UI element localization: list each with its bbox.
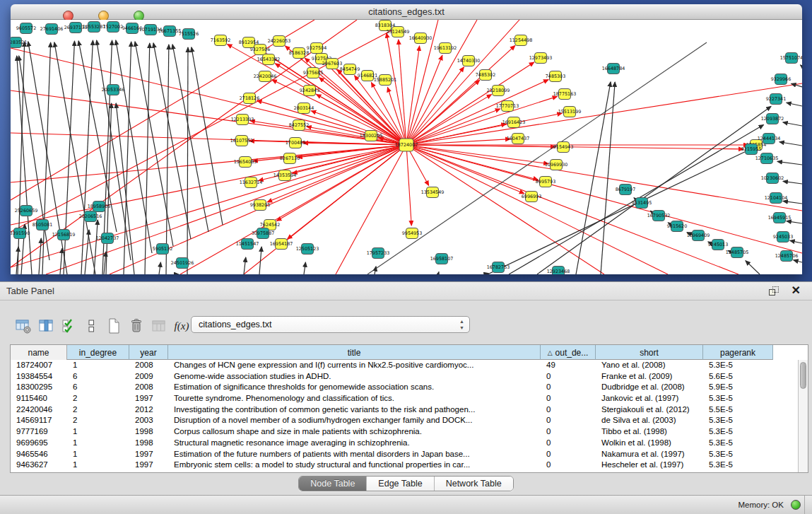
graph-node[interactable]: 10230602: [761, 173, 784, 184]
table-row[interactable]: 1830029562008Estimation of significance …: [11, 382, 798, 393]
delete-column-icon[interactable]: [126, 315, 147, 337]
graph-node[interactable]: 16916423: [502, 117, 526, 128]
scrollbar-thumb[interactable]: [800, 362, 806, 389]
column-header-in_degree[interactable]: in_degree: [67, 345, 129, 360]
column-header-short[interactable]: short: [596, 345, 703, 360]
column-header-pagerank[interactable]: pagerank: [703, 345, 773, 360]
graph-node[interactable]: 9954953: [402, 228, 422, 239]
graph-node[interactable]: 25260659: [15, 206, 38, 216]
graph-node[interactable]: 12485705: [726, 247, 749, 258]
graph-node[interactable]: 9245013: [708, 240, 728, 250]
graph-node[interactable]: 9531495: [632, 198, 652, 209]
graph-node[interactable]: 16954187: [270, 239, 293, 250]
graph-node[interactable]: 16640930: [409, 33, 433, 44]
network-canvas[interactable]: 1872400789129549327506242260531654338281…: [11, 20, 802, 274]
graph-node[interactable]: 8679197: [616, 185, 635, 195]
graph-node[interactable]: 7485303: [546, 71, 565, 82]
table-row[interactable]: 969969511998Structural magnetic resonanc…: [11, 438, 798, 449]
graph-node[interactable]: 11254498: [510, 35, 533, 46]
table-row[interactable]: 2242004622012Investigating the contribut…: [11, 404, 798, 416]
graph-node[interactable]: 6996993: [522, 192, 541, 202]
table-selector-dropdown[interactable]: citations_edges.txt ▲▼: [191, 316, 470, 333]
graph-node[interactable]: 12156819: [52, 230, 76, 240]
float-panel-icon[interactable]: [769, 286, 779, 296]
graph-node[interactable]: 19613192: [434, 43, 457, 54]
graph-node[interactable]: 14740330: [457, 56, 481, 66]
graph-node[interactable]: 13534549: [421, 187, 445, 198]
tab-edge-table[interactable]: Edge Table: [367, 477, 434, 491]
table-settings-icon[interactable]: [13, 315, 34, 337]
graph-node[interactable]: 16047437: [507, 134, 530, 144]
table-row[interactable]: 1456911722003Disruption of a novel membe…: [11, 415, 798, 426]
graph-node[interactable]: 8995793: [536, 177, 555, 187]
graph-node[interactable]: 27691406: [40, 24, 64, 35]
graph-node[interactable]: 12973493: [529, 53, 553, 64]
column-header-name[interactable]: name: [11, 345, 67, 360]
graph-node[interactable]: 12104104: [765, 193, 788, 204]
table-row[interactable]: 977716911998Corpus callosum shape and si…: [11, 426, 798, 438]
graph-node[interactable]: 12093872: [761, 114, 784, 124]
graph-node[interactable]: 20206516: [79, 211, 102, 222]
select-columns-icon[interactable]: [58, 315, 79, 337]
function-builder-icon[interactable]: f(x): [171, 315, 192, 337]
graph-node[interactable]: 9375685: [303, 68, 323, 78]
graph-node-label: 12923468: [547, 269, 570, 274]
window-titlebar[interactable]: citations_edges.txt: [11, 4, 802, 20]
graph-node[interactable]: 12485706: [775, 251, 799, 262]
graph-node[interactable]: 12923468: [547, 267, 570, 275]
graph-node[interactable]: 9605572: [16, 23, 36, 34]
graph-node[interactable]: 15513199: [558, 107, 582, 117]
table-row[interactable]: 946554611997Estimation of the future num…: [11, 449, 798, 460]
graph-node[interactable]: 9154943: [553, 142, 573, 153]
new-column-icon[interactable]: [103, 315, 124, 337]
graph-node[interactable]: 18775163: [553, 89, 577, 100]
graph-node[interactable]: 24501926: [171, 258, 194, 269]
column-header-out_de[interactable]: △out_de...: [541, 345, 596, 360]
column-header-title[interactable]: title: [168, 345, 541, 360]
graph-node[interactable]: 16648784: [602, 64, 625, 74]
graph-node[interactable]: 17957233: [367, 248, 390, 259]
tab-node-table[interactable]: Node Table: [299, 477, 367, 491]
graph-node[interactable]: 3391590: [11, 228, 30, 239]
graph-node[interactable]: 16107552: [230, 136, 254, 146]
graph-node[interactable]: 24226053: [268, 36, 291, 47]
graph-node[interactable]: 16958107: [430, 254, 454, 264]
table-row[interactable]: 946362711997Embryonic stem cells: a mode…: [11, 460, 798, 471]
close-panel-icon[interactable]: ✕: [792, 284, 801, 297]
vertical-scrollbar[interactable]: [798, 360, 808, 472]
table-row[interactable]: 911546021997Tourette syndrome. Phenomeno…: [11, 393, 798, 404]
column-header-year[interactable]: year: [129, 345, 168, 360]
graph-node[interactable]: 16782753: [487, 262, 510, 273]
graph-node[interactable]: 9815620: [667, 221, 687, 232]
graph-node[interactable]: 8505081: [33, 220, 52, 230]
table-row[interactable]: 1938455462009Genome-wide association stu…: [11, 371, 798, 382]
graph-node[interactable]: 9938205: [250, 200, 270, 211]
graph-node[interactable]: 1527002: [103, 22, 123, 33]
graph-node[interactable]: 9227341: [766, 94, 786, 105]
graph-node-label: 6996993: [522, 194, 541, 199]
graph-node[interactable]: 8267130: [280, 153, 300, 164]
graph-node-label: 9531495: [632, 200, 652, 206]
graph-node[interactable]: 7515526: [179, 29, 199, 40]
memory-status-label: Memory: OK: [738, 501, 784, 509]
graph-node[interactable]: 19654083: [234, 157, 257, 168]
graph-node[interactable]: 9327504: [307, 43, 326, 54]
graph-node[interactable]: 2803144: [294, 103, 314, 114]
graph-edge: [304, 262, 305, 274]
table-row[interactable]: 1872400712008Changes of HCN gene express…: [11, 360, 798, 371]
graph-node-label: 12093872: [761, 116, 784, 122]
graph-node[interactable]: 1700485: [286, 138, 305, 148]
graph-node[interactable]: 11632714: [240, 177, 263, 188]
graph-node[interactable]: 12505123: [296, 244, 319, 255]
tab-network-table[interactable]: Network Table: [435, 477, 513, 491]
graph-node[interactable]: 15751074: [780, 53, 802, 64]
graph-node[interactable]: 21218099: [487, 86, 510, 96]
graph-node[interactable]: 5905132: [153, 244, 172, 255]
row-height-icon[interactable]: [81, 315, 102, 337]
show-columns-icon[interactable]: [35, 315, 57, 337]
graph-node[interactable]: 10553287: [83, 22, 106, 33]
graph-node[interactable]: 10969409: [687, 230, 710, 241]
graph-node[interactable]: 9329966: [771, 74, 791, 85]
graph-node[interactable]: 14353594: [273, 170, 297, 181]
graph-node[interactable]: 12710635: [755, 153, 779, 164]
